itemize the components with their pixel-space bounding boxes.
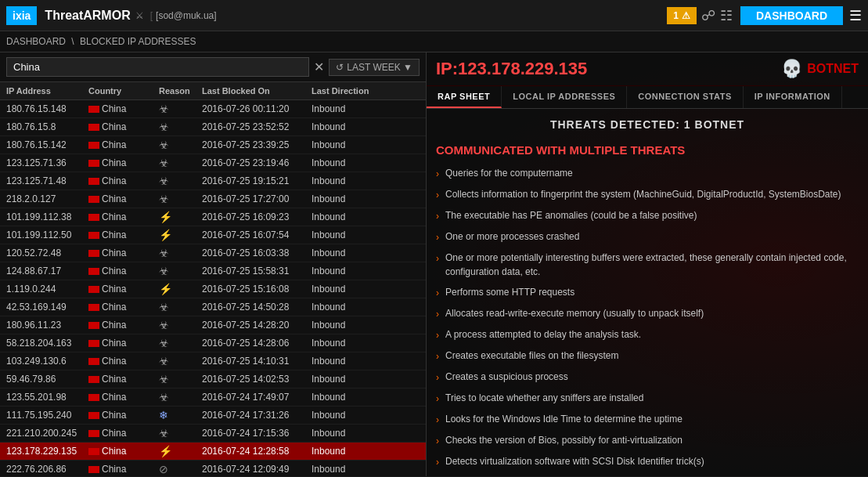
cell-date: 2016-07-25 23:39:25 <box>202 139 312 150</box>
table-row[interactable]: 120.52.72.48 China ☣ 2016-07-25 16:03:38… <box>0 244 426 262</box>
cell-date: 2016-07-25 16:03:38 <box>202 248 312 258</box>
table-row[interactable]: 180.76.15.148 China ☣ 2016-07-26 00:11:2… <box>0 100 426 118</box>
threat-text: Collects information to fingerprint the … <box>445 187 859 201</box>
cell-country: China <box>88 248 159 258</box>
table-row[interactable]: 222.76.206.86 China ⊘ 2016-07-24 12:09:4… <box>0 461 426 476</box>
table-row[interactable]: 123.178.229.135 China ⚡ 2016-07-24 12:28… <box>0 443 426 461</box>
table-row[interactable]: 180.76.15.142 China ☣ 2016-07-25 23:39:2… <box>0 136 426 154</box>
cell-ip: 103.249.130.6 <box>6 356 88 367</box>
search-input[interactable] <box>6 57 309 77</box>
threat-text: Detects virtualization software with SCS… <box>445 454 859 468</box>
table-row[interactable]: 101.199.112.38 China ⚡ 2016-07-25 16:09:… <box>0 208 426 226</box>
grid-icon[interactable]: ☷ <box>720 7 733 24</box>
section-title: COMMUNICATED WITH MULTIPLE THREATS <box>436 143 859 157</box>
tab-connection-stats[interactable]: CONNECTION STATS <box>627 86 743 108</box>
tab-rap-sheet[interactable]: RAP SHEET <box>427 86 502 108</box>
threat-item: ›Looks for the Windows Idle Time to dete… <box>436 412 859 427</box>
cell-ip: 123.125.71.48 <box>6 175 88 186</box>
reason-icon: ❄ <box>159 409 168 421</box>
cell-direction: Inbound <box>312 428 390 439</box>
table-row[interactable]: 123.125.71.48 China ☣ 2016-07-25 19:15:2… <box>0 172 426 190</box>
cell-date: 2016-07-25 14:10:31 <box>202 356 312 367</box>
threat-text: Allocates read-write-execute memory (usu… <box>445 306 859 320</box>
cell-direction: Inbound <box>312 139 390 150</box>
table-row[interactable]: 180.76.15.8 China ☣ 2016-07-25 23:52:52 … <box>0 118 426 136</box>
table-row[interactable]: 103.249.130.6 China ☣ 2016-07-25 14:10:3… <box>0 352 426 370</box>
threat-item: ›Collects information to fingerprint the… <box>436 187 859 202</box>
cell-date: 2016-07-25 17:27:00 <box>202 193 312 204</box>
cell-ip: 222.76.206.86 <box>6 464 88 475</box>
cell-direction: Inbound <box>312 374 390 385</box>
cell-date: 2016-07-24 17:15:36 <box>202 428 312 439</box>
threat-text: Queries for the computername <box>445 166 859 180</box>
threat-item: ›Performs some HTTP requests <box>436 285 859 300</box>
breadcrumb-sep: \ <box>71 36 77 47</box>
reason-icon: ☣ <box>159 139 169 151</box>
cell-country: China <box>88 464 159 475</box>
cell-date: 2016-07-25 16:07:54 <box>202 229 312 240</box>
cell-ip: 58.218.204.163 <box>6 338 88 349</box>
table-row[interactable]: 1.119.0.244 China ⚡ 2016-07-25 15:16:08 … <box>0 280 426 298</box>
table-row[interactable]: 123.125.71.36 China ☣ 2016-07-25 23:19:4… <box>0 154 426 172</box>
cell-reason: ☣ <box>159 193 202 205</box>
cell-reason: ☣ <box>159 175 202 187</box>
flag-icon <box>88 232 99 239</box>
table-row[interactable]: 111.75.195.240 China ❄ 2016-07-24 17:31:… <box>0 407 426 425</box>
menu-icon[interactable]: ☰ <box>849 7 862 24</box>
cell-country: China <box>88 446 159 457</box>
cell-ip: 1.119.0.244 <box>6 284 88 295</box>
content-area: THREATS DETECTED: 1 BOTNET COMMUNICATED … <box>427 109 868 476</box>
table-row[interactable]: 123.55.201.98 China ☣ 2016-07-24 17:49:0… <box>0 388 426 407</box>
cell-country: China <box>88 392 159 403</box>
flag-icon <box>88 178 99 185</box>
chart-icon[interactable]: ☍ <box>701 7 715 24</box>
cell-country: China <box>88 266 159 276</box>
table-row[interactable]: 180.96.11.23 China ☣ 2016-07-25 14:28:20… <box>0 316 426 334</box>
cell-date: 2016-07-24 12:28:58 <box>202 446 312 457</box>
cell-country: China <box>88 302 159 313</box>
table-row[interactable]: 58.218.204.163 China ☣ 2016-07-25 14:28:… <box>0 334 426 352</box>
alert-badge[interactable]: 1 ⚠ <box>667 7 697 24</box>
cell-date: 2016-07-24 17:49:07 <box>202 392 312 403</box>
table-row[interactable]: 221.210.200.245 China ☣ 2016-07-24 17:15… <box>0 425 426 443</box>
flag-icon <box>88 142 99 149</box>
cell-date: 2016-07-25 14:50:28 <box>202 302 312 313</box>
dashboard-button[interactable]: DASHBOARD <box>740 6 843 25</box>
cell-country: China <box>88 338 159 349</box>
flag-icon <box>88 286 99 293</box>
breadcrumb-root[interactable]: DASHBOARD <box>6 36 66 47</box>
cell-date: 2016-07-25 23:52:52 <box>202 121 312 132</box>
threat-text: Performs some HTTP requests <box>445 285 859 299</box>
table-row[interactable]: 218.2.0.127 China ☣ 2016-07-25 17:27:00 … <box>0 190 426 208</box>
flag-icon <box>88 250 99 257</box>
threat-text: Looks for the Windows Idle Time to deter… <box>445 412 859 426</box>
cell-date: 2016-07-25 14:02:53 <box>202 374 312 385</box>
threat-arrow-icon: › <box>436 413 439 427</box>
table-row[interactable]: 101.199.112.50 China ⚡ 2016-07-25 16:07:… <box>0 226 426 244</box>
period-label: LAST WEEK ▼ <box>347 62 412 73</box>
flag-icon <box>88 196 99 203</box>
cell-reason: ☣ <box>159 391 202 403</box>
flag-icon <box>88 448 99 455</box>
breadcrumb: DASHBOARD \ BLOCKED IP ADDRESSES <box>0 31 868 52</box>
tab-ip-information[interactable]: IP INFORMATION <box>744 86 842 108</box>
threat-text: Creates executable files on the filesyst… <box>445 349 859 363</box>
table-row[interactable]: 42.53.169.149 China ☣ 2016-07-25 14:50:2… <box>0 298 426 316</box>
period-selector[interactable]: ↺ LAST WEEK ▼ <box>329 59 420 76</box>
reason-icon: ⚡ <box>159 283 172 295</box>
flag-icon <box>88 160 99 167</box>
table-row[interactable]: 59.46.79.86 China ☣ 2016-07-25 14:02:53 … <box>0 370 426 388</box>
cell-country: China <box>88 157 159 168</box>
cell-direction: Inbound <box>312 193 390 204</box>
threat-item: ›Allocates read-write-execute memory (us… <box>436 306 859 321</box>
main-layout: ✕ ↺ LAST WEEK ▼ IP Address Country Reaso… <box>0 52 868 476</box>
reason-icon: ⚡ <box>159 445 172 457</box>
cell-ip: 59.46.79.86 <box>6 374 88 385</box>
search-clear-button[interactable]: ✕ <box>314 60 324 74</box>
cell-direction: Inbound <box>312 175 390 186</box>
reason-icon: ☣ <box>159 175 169 187</box>
table-row[interactable]: 124.88.67.17 China ☣ 2016-07-25 15:58:31… <box>0 262 426 280</box>
col-country: Country <box>88 86 159 96</box>
reason-icon: ☣ <box>159 391 169 403</box>
tab-local-ip[interactable]: LOCAL IP ADDRESSES <box>502 86 627 108</box>
